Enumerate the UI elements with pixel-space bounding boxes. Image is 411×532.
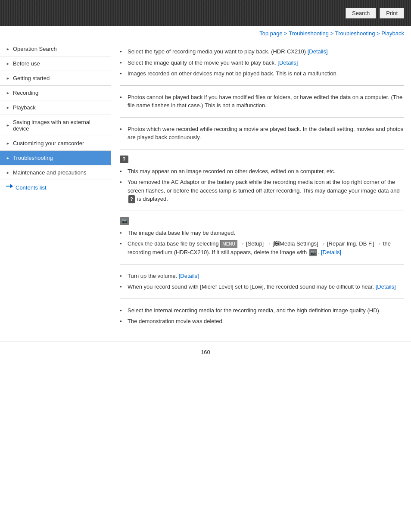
section-1: Select the type of recording media you w… xyxy=(120,40,404,86)
arrow-icon: ► xyxy=(6,62,10,66)
section-7: Select the internal recording media for … xyxy=(120,299,404,333)
menu-icon: MENU xyxy=(220,240,237,248)
list-item: Select the type of recording media you w… xyxy=(120,46,404,57)
sidebar-item-playback[interactable]: ► Playback xyxy=(0,100,111,115)
section-4: ? This may appear on an image recorded o… xyxy=(120,149,404,211)
section-3-list: Photos which were recorded while recordi… xyxy=(120,124,404,143)
arrow-icon: ► xyxy=(6,76,10,81)
details-link[interactable]: [Details] xyxy=(376,283,396,290)
sidebar-item-label: Saving images with an external device xyxy=(13,119,106,132)
sidebar-item-saving-images[interactable]: ► Saving images with an external device xyxy=(0,115,111,136)
details-link[interactable]: [Details] xyxy=(321,249,341,255)
sidebar-item-label: Playback xyxy=(13,104,36,111)
db-inline-icon: 📷 xyxy=(309,249,317,256)
sidebar-item-recording[interactable]: ► Recording xyxy=(0,86,111,100)
sidebar-item-label: Customizing your camcorder xyxy=(13,140,84,146)
sidebar-item-label: Recording xyxy=(13,90,38,96)
main-content: Select the type of recording media you w… xyxy=(111,40,411,342)
list-item: Select the internal recording media for … xyxy=(120,305,404,316)
list-item: The image data base file may be damaged. xyxy=(120,227,404,239)
sidebar-item-label: Maintenance and precautions xyxy=(13,169,87,176)
page-number: 160 xyxy=(201,349,210,355)
list-item: This may appear on an image recorded on … xyxy=(120,166,404,177)
breadcrumb-troubleshooting2[interactable]: Troubleshooting xyxy=(335,30,375,37)
list-item: The demonstration movie was deleted. xyxy=(120,316,404,327)
question-mark-icon: ? xyxy=(120,156,128,163)
section-6-list: Turn up the volume. [Details] When you r… xyxy=(120,271,404,292)
contents-list-link[interactable]: Contents list xyxy=(0,180,111,195)
page-footer: 160 xyxy=(0,342,411,362)
db-icon: 📷 xyxy=(120,217,129,225)
list-item: Photos which were recorded while recordi… xyxy=(120,124,404,143)
sidebar-item-troubleshooting[interactable]: ► Troubleshooting xyxy=(0,151,111,165)
section-2: Photos cannot be played back if you have… xyxy=(120,86,404,118)
section-5-list: The image data base file may be damaged.… xyxy=(120,227,404,258)
sidebar: ► Operation Search ► Before use ► Gettin… xyxy=(0,40,111,195)
print-button[interactable]: Print xyxy=(380,8,404,19)
section-5: 📷 The image data base file may be damage… xyxy=(120,211,404,264)
details-link[interactable]: [Details] xyxy=(308,48,328,55)
section-7-list: Select the internal recording media for … xyxy=(120,305,404,327)
header: Search Print xyxy=(0,0,411,26)
details-link[interactable]: [Details] xyxy=(179,273,199,279)
search-button[interactable]: Search xyxy=(346,8,376,19)
arrow-icon: ► xyxy=(6,47,10,51)
sidebar-item-getting-started[interactable]: ► Getting started xyxy=(0,71,111,86)
sidebar-item-label: Getting started xyxy=(13,75,50,81)
sidebar-item-label: Before use xyxy=(13,60,40,67)
list-item: Select the image quality of the movie yo… xyxy=(120,57,404,68)
breadcrumb-top-page[interactable]: Top page xyxy=(259,30,283,37)
list-item: Photos cannot be played back if you have… xyxy=(120,92,404,111)
breadcrumb-troubleshooting1[interactable]: Troubleshooting xyxy=(289,30,329,37)
details-link[interactable]: [Details] xyxy=(277,59,298,66)
section-4-list: This may appear on an image recorded on … xyxy=(120,166,404,205)
sidebar-item-customizing[interactable]: ► Customizing your camcorder xyxy=(0,136,111,151)
sidebar-item-before-use[interactable]: ► Before use xyxy=(0,56,111,71)
list-item: Check the data base file by selecting ME… xyxy=(120,238,404,258)
arrow-icon: ► xyxy=(6,141,10,146)
list-item: You removed the AC Adaptor or the batter… xyxy=(120,177,404,205)
contents-arrow-icon xyxy=(6,186,13,190)
contents-list-label: Contents list xyxy=(16,184,47,191)
arrow-icon: ► xyxy=(6,171,10,175)
section-1-list: Select the type of recording media you w… xyxy=(120,46,404,79)
list-item: Turn up the volume. [Details] xyxy=(120,271,404,282)
section-3: Photos which were recorded while recordi… xyxy=(120,118,404,149)
sidebar-item-maintenance[interactable]: ► Maintenance and precautions xyxy=(0,165,111,180)
sidebar-item-operation-search[interactable]: ► Operation Search xyxy=(0,42,111,56)
question-icon-inline: ? xyxy=(128,195,135,203)
list-item: Images recorded on other devices may not… xyxy=(120,68,404,79)
breadcrumb-playback[interactable]: Playback xyxy=(381,30,404,37)
arrow-icon: ► xyxy=(6,106,10,110)
sidebar-item-label: Troubleshooting xyxy=(13,155,53,161)
section-6: Turn up the volume. [Details] When you r… xyxy=(120,264,404,299)
arrow-icon: ► xyxy=(6,91,10,95)
arrow-icon: ► xyxy=(6,156,10,160)
breadcrumb: Top page > Troubleshooting > Troubleshoo… xyxy=(0,26,411,40)
sidebar-item-label: Operation Search xyxy=(13,46,57,52)
section-2-list: Photos cannot be played back if you have… xyxy=(120,92,404,111)
page-layout: ► Operation Search ► Before use ► Gettin… xyxy=(0,40,411,342)
list-item: When you record sound with [Micref Level… xyxy=(120,281,404,292)
arrow-icon: ► xyxy=(6,123,10,128)
